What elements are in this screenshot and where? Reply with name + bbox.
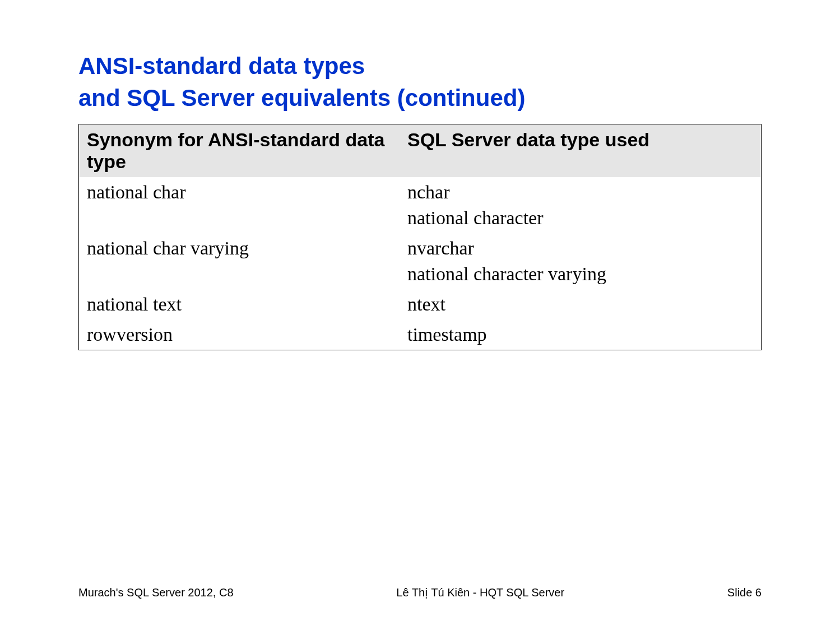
data-types-table: Synonym for ANSI-standard data type SQL … <box>78 124 762 350</box>
slide-title: ANSI-standard data types and SQL Server … <box>78 50 762 114</box>
footer-center: Lê Thị Tú Kiên - HQT SQL Server <box>234 586 727 599</box>
table-body: national char ncharnational character na… <box>79 177 762 350</box>
footer-left: Murach's SQL Server 2012, C8 <box>78 586 234 599</box>
cell-sqlserver: ncharnational character <box>400 177 762 233</box>
slide-footer: Murach's SQL Server 2012, C8 Lê Thị Tú K… <box>0 586 840 599</box>
title-line-2: and SQL Server equivalents (continued) <box>78 85 525 111</box>
table-row: rowversion timestamp <box>79 319 762 350</box>
cell-synonym: national char <box>79 177 400 233</box>
table-row: national char varying nvarcharnational c… <box>79 233 762 289</box>
footer-right: Slide 6 <box>727 586 762 599</box>
cell-synonym: national text <box>79 289 400 319</box>
cell-sqlserver: timestamp <box>400 319 762 350</box>
cell-synonym: rowversion <box>79 319 400 350</box>
title-line-1: ANSI-standard data types <box>78 53 365 79</box>
cell-sqlserver: nvarcharnational character varying <box>400 233 762 289</box>
table-header-sqlserver: SQL Server data type used <box>400 124 762 178</box>
table-header-synonym: Synonym for ANSI-standard data type <box>79 124 400 178</box>
cell-synonym: national char varying <box>79 233 400 289</box>
cell-sqlserver: ntext <box>400 289 762 319</box>
table-row: national char ncharnational character <box>79 177 762 233</box>
table-row: national text ntext <box>79 289 762 319</box>
